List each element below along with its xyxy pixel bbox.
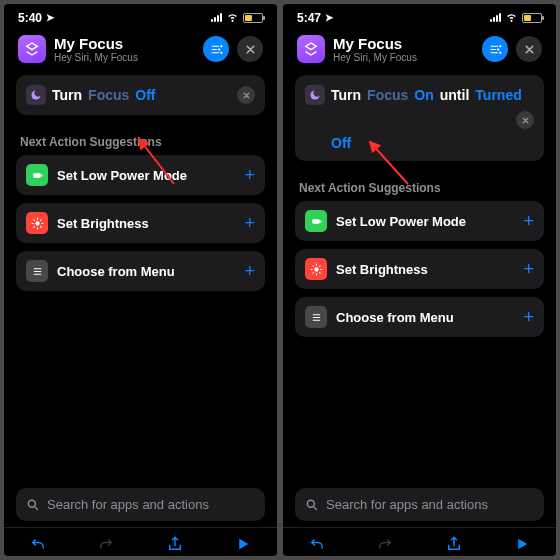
settings-button[interactable] (482, 36, 508, 62)
suggestion-label: Set Brightness (336, 262, 514, 277)
svg-point-7 (307, 500, 314, 507)
suggestion-label: Choose from Menu (336, 310, 514, 325)
action-token[interactable]: Off (135, 87, 155, 103)
action-token: Turn (331, 87, 361, 103)
wifi-icon (226, 10, 239, 25)
svg-rect-5 (320, 220, 321, 222)
search-input[interactable]: Search for apps and actions (295, 488, 544, 521)
battery-icon (305, 210, 327, 232)
suggestion-label: Choose from Menu (57, 264, 235, 279)
undo-button[interactable] (26, 534, 50, 554)
action-card[interactable]: Turn Focus On until Turned Off (295, 75, 544, 161)
suggestion-label: Set Brightness (57, 216, 235, 231)
bottom-toolbar (283, 527, 556, 556)
action-token[interactable]: On (414, 87, 433, 103)
add-icon[interactable]: + (523, 307, 534, 328)
add-icon[interactable]: + (244, 213, 255, 234)
play-button[interactable] (510, 534, 534, 554)
action-token: until (440, 87, 470, 103)
header: My Focus Hey Siri, My Focus (283, 27, 556, 75)
suggestion-row[interactable]: Set Low Power Mode + (295, 201, 544, 241)
action-card[interactable]: Turn Focus Off (16, 75, 265, 115)
battery-icon (26, 164, 48, 186)
close-button[interactable] (516, 36, 542, 62)
suggestion-label: Set Low Power Mode (336, 214, 514, 229)
page-subtitle: Hey Siri, My Focus (54, 52, 195, 63)
search-placeholder: Search for apps and actions (47, 497, 209, 512)
svg-rect-0 (33, 173, 41, 177)
action-token[interactable]: Turned (475, 87, 521, 103)
share-button[interactable] (442, 534, 466, 554)
play-button[interactable] (231, 534, 255, 554)
status-bar: 5:47 ➤ (283, 4, 556, 27)
add-icon[interactable]: + (523, 259, 534, 280)
status-time: 5:47 (297, 11, 321, 25)
suggestion-row[interactable]: Choose from Menu + (16, 251, 265, 291)
search-input[interactable]: Search for apps and actions (16, 488, 265, 521)
clear-action-button[interactable] (237, 86, 255, 104)
suggestion-row[interactable]: Set Low Power Mode + (16, 155, 265, 195)
search-placeholder: Search for apps and actions (326, 497, 488, 512)
section-label: Next Action Suggestions (283, 169, 556, 201)
header: My Focus Hey Siri, My Focus (4, 27, 277, 75)
page-title: My Focus (54, 35, 195, 52)
bottom-toolbar (4, 527, 277, 556)
svg-rect-1 (41, 174, 42, 176)
page-title: My Focus (333, 35, 474, 52)
battery-icon (522, 13, 542, 23)
cellular-icon (490, 13, 501, 22)
add-icon[interactable]: + (244, 165, 255, 186)
suggestion-row[interactable]: Choose from Menu + (295, 297, 544, 337)
settings-button[interactable] (203, 36, 229, 62)
shortcut-app-icon (18, 35, 46, 63)
undo-button[interactable] (305, 534, 329, 554)
shortcut-app-icon (297, 35, 325, 63)
location-icon: ➤ (325, 12, 333, 23)
action-token[interactable]: Off (305, 135, 534, 151)
suggestion-row[interactable]: Set Brightness + (16, 203, 265, 243)
redo-button[interactable] (94, 534, 118, 554)
sun-icon (305, 258, 327, 280)
sun-icon (26, 212, 48, 234)
svg-point-3 (28, 500, 35, 507)
action-token: Turn (52, 87, 82, 103)
location-icon: ➤ (46, 12, 54, 23)
clear-action-button[interactable] (516, 111, 534, 129)
action-token[interactable]: Focus (88, 87, 129, 103)
redo-button[interactable] (373, 534, 397, 554)
search-icon (26, 498, 40, 512)
cellular-icon (211, 13, 222, 22)
status-bar: 5:40 ➤ (4, 4, 277, 27)
svg-rect-4 (312, 219, 320, 223)
share-button[interactable] (163, 534, 187, 554)
battery-icon (243, 13, 263, 23)
add-icon[interactable]: + (244, 261, 255, 282)
wifi-icon (505, 10, 518, 25)
page-subtitle: Hey Siri, My Focus (333, 52, 474, 63)
status-time: 5:40 (18, 11, 42, 25)
add-icon[interactable]: + (523, 211, 534, 232)
close-button[interactable] (237, 36, 263, 62)
svg-point-2 (35, 221, 39, 225)
moon-icon (305, 85, 325, 105)
action-token[interactable]: Focus (367, 87, 408, 103)
suggestion-row[interactable]: Set Brightness + (295, 249, 544, 289)
section-label: Next Action Suggestions (4, 123, 277, 155)
phone-left: 5:40 ➤ My Focus Hey Siri, My Focus (4, 4, 277, 556)
suggestion-label: Set Low Power Mode (57, 168, 235, 183)
phone-right: 5:47 ➤ My Focus Hey Siri, My Focus (283, 4, 556, 556)
menu-icon (26, 260, 48, 282)
menu-icon (305, 306, 327, 328)
svg-point-6 (314, 267, 318, 271)
moon-icon (26, 85, 46, 105)
search-icon (305, 498, 319, 512)
